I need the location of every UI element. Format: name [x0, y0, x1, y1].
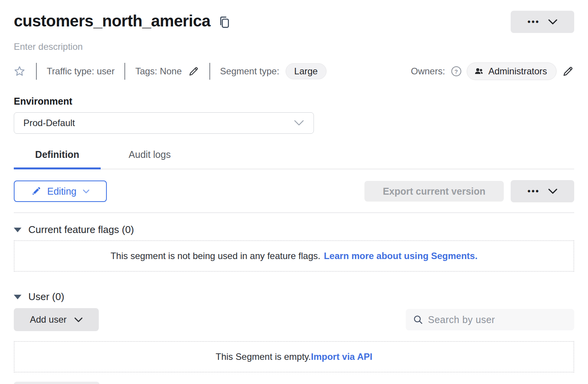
segment-type-badge: Large — [286, 63, 327, 79]
divider — [14, 212, 574, 213]
meta-row: Traffic type: user Tags: None Segment ty… — [14, 63, 574, 80]
environment-label: Environment — [14, 96, 574, 107]
tags-meta: Tags: None — [125, 66, 209, 77]
segment-type-label: Segment type: — [220, 66, 279, 77]
feature-flags-section-header[interactable]: Current feature flags (0) — [14, 224, 574, 236]
definition-toolbar: Editing Export current version ••• — [14, 180, 574, 202]
search-by-user-box — [406, 309, 574, 330]
user-controls-row: Add user — [14, 308, 574, 331]
segment-detail-page: customers_north_america ••• Enter descri… — [0, 0, 588, 384]
segment-type-meta: Segment type: Large — [210, 63, 336, 79]
title-wrap: customers_north_america — [14, 11, 230, 31]
owners-value: Administrators — [488, 66, 547, 77]
editing-label: Editing — [47, 186, 76, 197]
tab-bar: Definition Audit logs — [14, 149, 574, 169]
add-user-button[interactable]: Add user — [14, 308, 99, 331]
export-current-version-button[interactable]: Export current version — [364, 181, 504, 202]
header-more-menu-button[interactable]: ••• — [511, 11, 574, 33]
search-icon — [413, 314, 423, 325]
pencil-icon — [31, 186, 41, 196]
tab-audit-logs[interactable]: Audit logs — [101, 149, 199, 169]
description-field[interactable]: Enter description — [14, 41, 574, 52]
pencil-icon — [188, 66, 199, 77]
title-row: customers_north_america ••• — [14, 0, 574, 33]
feature-flags-empty-text: This segment is not being used in any fe… — [111, 251, 320, 261]
edit-owners-button[interactable] — [562, 65, 574, 77]
partial-button-cutoff — [14, 382, 100, 384]
edit-tags-button[interactable] — [188, 66, 199, 77]
tags-label: Tags: None — [135, 66, 181, 77]
collapse-triangle-icon — [14, 228, 21, 232]
people-icon — [474, 67, 484, 76]
environment-select[interactable]: Prod-Default — [14, 112, 314, 134]
add-user-label: Add user — [30, 314, 67, 325]
star-icon — [14, 66, 25, 77]
more-options-icon: ••• — [528, 18, 540, 26]
owners-badge[interactable]: Administrators — [467, 62, 557, 80]
chevron-down-icon — [548, 19, 557, 25]
traffic-type-label: Traffic type: user — [47, 66, 114, 77]
search-by-user-input[interactable] — [428, 314, 567, 325]
page-title: customers_north_america — [14, 11, 211, 31]
toolbar-right-group: Export current version ••• — [364, 180, 574, 202]
segment-empty-text: This Segment is empty. — [216, 351, 311, 362]
environment-selected-value: Prod-Default — [23, 118, 75, 128]
owners-group: Owners: ? Administrators — [411, 62, 574, 80]
chevron-down-icon — [294, 120, 304, 126]
favorite-star-button[interactable] — [14, 66, 25, 77]
owners-help-icon[interactable]: ? — [451, 66, 461, 76]
tab-definition[interactable]: Definition — [14, 149, 101, 169]
feature-flags-heading: Current feature flags (0) — [28, 224, 134, 236]
user-section-header[interactable]: User (0) — [14, 291, 574, 303]
chevron-down-icon — [548, 189, 557, 194]
collapse-triangle-icon — [14, 295, 21, 299]
import-via-api-link[interactable]: Import via API — [311, 351, 372, 362]
toolbar-more-menu-button[interactable]: ••• — [511, 180, 574, 202]
owners-label: Owners: — [411, 66, 445, 77]
copy-icon — [218, 15, 230, 29]
feature-flags-empty-state: This segment is not being used in any fe… — [14, 240, 574, 272]
chevron-down-icon — [74, 317, 83, 322]
pencil-icon — [562, 65, 574, 77]
learn-more-link[interactable]: Learn more about using Segments. — [324, 251, 477, 261]
user-section-heading: User (0) — [28, 291, 64, 303]
segment-empty-state: This Segment is empty. Import via API — [14, 341, 574, 373]
editing-mode-button[interactable]: Editing — [14, 181, 107, 202]
copy-title-button[interactable] — [218, 15, 230, 29]
traffic-type-meta: Traffic type: user — [37, 66, 124, 77]
chevron-down-icon — [83, 189, 90, 194]
more-options-icon: ••• — [528, 187, 540, 195]
